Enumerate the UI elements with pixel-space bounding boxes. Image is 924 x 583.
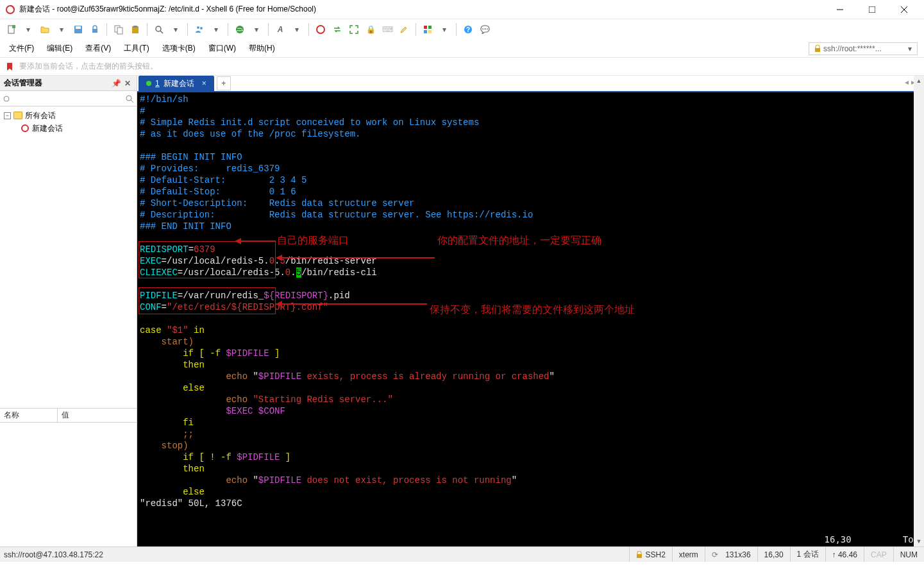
ssh-address-box[interactable]: ssh://root:******... ▾ — [809, 42, 918, 55]
transfer-icon[interactable] — [330, 22, 345, 37]
search-icon[interactable] — [125, 94, 134, 103]
close-panel-icon[interactable]: ✕ — [122, 78, 133, 89]
svg-rect-13 — [133, 26, 137, 28]
tree-refresh-icon[interactable] — [3, 95, 10, 103]
tab-prev-icon[interactable]: ◂ — [905, 78, 909, 87]
sidebar-header: 会话管理器 📌 ✕ — [0, 76, 137, 91]
sidebar: 会话管理器 📌 ✕ − 所有会话 新建会话 名称 值 — [0, 76, 137, 546]
svg-point-19 — [317, 26, 324, 33]
session-tree: − 所有会话 新建会话 — [0, 106, 137, 408]
svg-marker-33 — [276, 255, 282, 261]
users-icon[interactable] — [192, 22, 207, 37]
tree-root-label: 所有会话 — [25, 110, 56, 121]
new-file-dropdown-icon[interactable]: ▾ — [21, 22, 36, 37]
users-dropdown-icon[interactable]: ▾ — [208, 22, 224, 37]
font-dropdown-icon[interactable]: ▾ — [289, 22, 305, 37]
fullscreen-icon[interactable] — [346, 22, 362, 37]
help-icon[interactable]: ? — [460, 22, 476, 37]
svg-line-28 — [131, 100, 133, 103]
status-size: ⟳ 131x36 — [705, 547, 757, 562]
save-icon[interactable] — [71, 22, 86, 37]
menu-window[interactable]: 窗口(W) — [202, 40, 242, 56]
menu-edit[interactable]: 编辑(E) — [40, 40, 79, 56]
tree-child[interactable]: 新建会话 — [1, 122, 135, 135]
window-title: 新建会话 - root@iZuf635rawr9ktic5onmajZ: /et… — [19, 4, 825, 15]
globe-dropdown-icon[interactable]: ▾ — [249, 22, 264, 37]
close-button[interactable] — [889, 1, 919, 19]
svg-rect-36 — [637, 554, 642, 558]
svg-rect-23 — [428, 30, 432, 33]
status-time: ↑ 46.46 — [825, 547, 864, 562]
search-icon[interactable] — [151, 22, 167, 37]
cursor-pos: 16,30 — [825, 534, 852, 545]
new-file-icon[interactable] — [4, 22, 19, 37]
svg-rect-2 — [869, 6, 875, 13]
copy-icon[interactable] — [111, 22, 126, 37]
lock-icon — [814, 45, 821, 53]
palette-dropdown-icon[interactable]: ▾ — [437, 22, 452, 37]
sidebar-search-input[interactable] — [10, 94, 125, 103]
ssh-address-text: ssh://root:******... — [823, 44, 882, 53]
lock-icon[interactable] — [87, 22, 103, 37]
pin-icon[interactable]: 📌 — [111, 78, 121, 89]
scroll-up-icon[interactable]: ▲ — [914, 76, 924, 86]
props-col-name: 名称 — [0, 409, 58, 422]
menu-tools[interactable]: 工具(T) — [117, 40, 155, 56]
bookmark-icon[interactable] — [5, 62, 15, 72]
maximize-button[interactable] — [857, 1, 887, 19]
padlock-icon[interactable]: 🔒 — [363, 22, 378, 37]
tab-session[interactable]: 1 新建会话 × — [139, 76, 214, 91]
status-num: NUM — [893, 547, 924, 562]
svg-marker-31 — [235, 238, 241, 244]
arrow-3 — [276, 298, 428, 310]
statusbar: ssh://root@47.103.48.175:22 SSH2 xterm ⟳… — [0, 546, 924, 562]
menu-help[interactable]: 帮助(H) — [242, 40, 281, 56]
tree-root[interactable]: − 所有会话 — [1, 109, 135, 122]
tab-index: 1 — [155, 79, 160, 88]
menu-tabs[interactable]: 选项卡(B) — [156, 40, 202, 56]
chevron-down-icon[interactable]: ▾ — [908, 44, 912, 53]
tip-bar: 要添加当前会话，点击左侧的箭头按钮。 — [0, 58, 924, 76]
search-dropdown-icon[interactable]: ▾ — [168, 22, 183, 37]
svg-rect-11 — [117, 28, 122, 34]
menu-file[interactable]: 文件(F) — [3, 40, 40, 56]
open-folder-icon[interactable] — [37, 22, 53, 37]
scroll-down-icon[interactable]: ▼ — [914, 536, 924, 546]
paste-icon[interactable] — [128, 22, 143, 37]
svg-point-17 — [200, 27, 203, 30]
svg-rect-9 — [92, 29, 97, 33]
svg-point-29 — [22, 125, 28, 131]
menubar: 文件(F) 编辑(E) 查看(V) 工具(T) 选项卡(B) 窗口(W) 帮助(… — [0, 40, 924, 58]
annotation-2: 你的配置文件的地址，一定要写正确 — [437, 235, 601, 246]
palette-icon[interactable] — [420, 22, 435, 37]
menu-view[interactable]: 查看(V) — [79, 40, 117, 56]
expand-icon[interactable]: − — [4, 112, 11, 119]
session-icon — [21, 124, 29, 133]
svg-rect-20 — [424, 26, 427, 29]
minimize-button[interactable] — [825, 1, 855, 19]
keyboard-icon[interactable]: ⌨ — [380, 22, 395, 37]
props-col-value: 值 — [58, 409, 73, 422]
globe-icon[interactable] — [232, 22, 248, 37]
highlight-icon[interactable] — [396, 22, 412, 37]
svg-marker-35 — [276, 301, 282, 307]
font-icon[interactable]: A — [273, 22, 288, 37]
annotation-3: 保持不变，我们将需要的文件移到这两个地址 — [430, 304, 635, 316]
tab-close-icon[interactable]: × — [202, 79, 206, 88]
status-connection: ssh://root@47.103.48.175:22 — [0, 550, 629, 559]
tip-text: 要添加当前会话，点击左侧的箭头按钮。 — [19, 61, 158, 72]
sidebar-title: 会话管理器 — [4, 78, 42, 89]
scrollbar[interactable]: ▲ ▼ — [914, 76, 924, 546]
titlebar: 新建会话 - root@iZuf635rawr9ktic5onmajZ: /et… — [0, 0, 924, 19]
chat-icon[interactable]: 💬 — [477, 22, 492, 37]
svg-line-15 — [160, 31, 163, 33]
status-proto: SSH2 — [629, 547, 671, 562]
svg-rect-8 — [76, 26, 81, 29]
xftp-icon[interactable] — [313, 22, 328, 37]
terminal[interactable]: #!/bin/sh # # Simple Redis init.d script… — [137, 92, 924, 546]
tab-add-button[interactable]: + — [217, 76, 231, 90]
svg-rect-21 — [428, 26, 432, 29]
redbox-2 — [139, 287, 276, 314]
status-rc: 16,30 — [757, 547, 790, 562]
open-dropdown-icon[interactable]: ▾ — [54, 22, 69, 37]
